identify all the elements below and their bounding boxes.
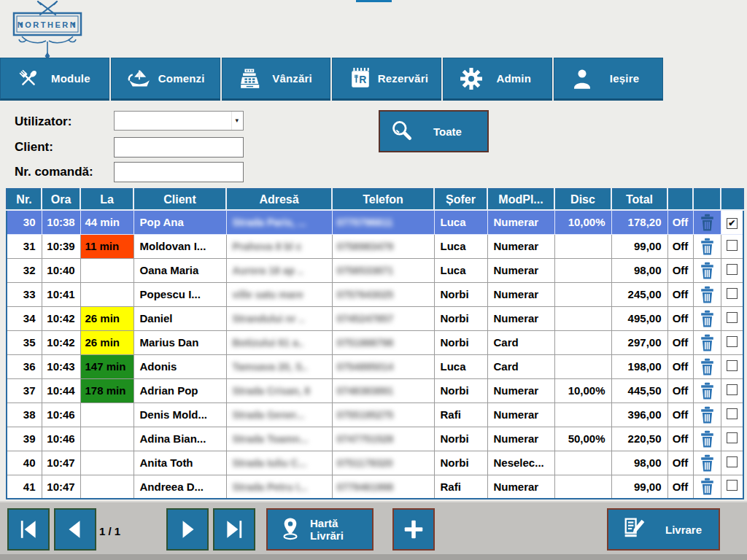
- cell-ora: 10:46: [42, 402, 80, 427]
- trash-icon[interactable]: [700, 286, 715, 303]
- cell-adresa: Strada Gener...: [226, 402, 332, 427]
- cell-nr: 34: [7, 306, 42, 330]
- row-checkbox[interactable]: [727, 288, 738, 299]
- nav-vanzari[interactable]: Vânzări: [222, 58, 331, 101]
- next-page-button[interactable]: [166, 508, 209, 551]
- cell-off: Off: [667, 258, 693, 282]
- row-checkbox[interactable]: [727, 384, 738, 395]
- column-header-ora[interactable]: Ora: [42, 189, 80, 210]
- table-row[interactable]: 3910:46Adina Bian...Strada Toamn...07477…: [7, 427, 743, 451]
- nav-module[interactable]: Module: [0, 58, 109, 101]
- redacted-adresa: Strandului nr ..: [233, 313, 305, 324]
- column-header-trash[interactable]: [693, 189, 721, 210]
- cell-check: [721, 402, 743, 427]
- table-row[interactable]: 3110:3911 minMoldovan I...Prahova 8 bl c…: [7, 234, 743, 258]
- table-row[interactable]: 4010:47Anita TothStrada Iuliu C...075117…: [7, 451, 743, 475]
- trash-icon[interactable]: [700, 334, 715, 351]
- cell-disc: [554, 282, 611, 306]
- delivery-button[interactable]: Livrare: [607, 508, 720, 551]
- first-page-button[interactable]: [7, 508, 50, 551]
- row-checkbox[interactable]: [727, 336, 738, 347]
- cell-sofer: Norbi: [434, 282, 487, 306]
- nav-comenzi[interactable]: Comenzi: [111, 58, 220, 101]
- cell-client: Adrian Pop: [133, 378, 226, 402]
- map-pin-icon: [279, 517, 301, 542]
- redacted-adresa: Tamsava 20, S..: [233, 361, 308, 373]
- client-label: Client:: [15, 140, 53, 155]
- trash-icon[interactable]: [700, 214, 715, 231]
- window-accent-bar: [356, 0, 392, 2]
- cell-off: Off: [667, 330, 693, 354]
- table-row[interactable]: 4110:47Andreea D...Strada Petru I...0779…: [7, 475, 743, 499]
- cell-nr: 35: [7, 330, 42, 354]
- column-header-off[interactable]: [667, 189, 693, 210]
- row-checkbox[interactable]: [727, 408, 738, 419]
- cell-adresa: Strada Crisan, 8: [226, 378, 332, 402]
- column-header-modpl[interactable]: ModPl...: [487, 189, 554, 210]
- main-nav: Module Comenzi: [0, 58, 663, 101]
- trash-icon[interactable]: [700, 382, 715, 400]
- cell-check: [721, 427, 743, 451]
- column-header-adresa[interactable]: Adresă: [226, 189, 332, 210]
- cell-telefon: 0751888798: [332, 330, 434, 354]
- cell-modpl: Numerar: [487, 378, 554, 402]
- prev-page-button[interactable]: [54, 508, 96, 551]
- cell-ora: 10:44: [42, 378, 80, 402]
- trash-icon[interactable]: [700, 358, 715, 376]
- column-header-sofer[interactable]: Șofer: [434, 189, 487, 210]
- row-checkbox[interactable]: [727, 432, 738, 443]
- order-number-input[interactable]: [114, 162, 244, 182]
- row-checkbox[interactable]: [727, 240, 738, 251]
- column-header-disc[interactable]: Disc: [554, 189, 611, 210]
- column-header-la[interactable]: La: [80, 189, 133, 210]
- table-row[interactable]: 3310:41Popescu I...ville satu mare075764…: [7, 282, 743, 306]
- nav-rezervari[interactable]: R Rezervări: [332, 58, 441, 101]
- row-checkbox[interactable]: [727, 480, 738, 491]
- nav-admin[interactable]: Admin: [443, 58, 552, 101]
- row-checkbox[interactable]: [727, 312, 738, 323]
- cell-total: 245,00: [611, 282, 667, 306]
- row-checkbox[interactable]: [727, 456, 738, 467]
- column-header-check[interactable]: [721, 189, 743, 210]
- table-row[interactable]: 3710:44178 minAdrian PopStrada Crisan, 8…: [7, 378, 743, 402]
- redacted-telefon: 0745247857: [337, 313, 394, 324]
- trash-icon[interactable]: [700, 430, 715, 448]
- table-row[interactable]: 3010:3844 minPop AnaStrada Paris, ...077…: [7, 210, 743, 234]
- row-checkbox[interactable]: ✔: [727, 218, 738, 229]
- search-all-button[interactable]: Toate: [379, 110, 489, 152]
- table-row[interactable]: 3410:4226 minDanielStrandului nr ..07452…: [7, 306, 743, 330]
- row-checkbox[interactable]: [727, 360, 738, 371]
- table-row[interactable]: 3610:43147 minAdonisTamsava 20, S..07548…: [7, 354, 743, 378]
- column-header-nr[interactable]: Nr.: [7, 189, 42, 210]
- delivery-map-button[interactable]: Hartă Livrări: [266, 508, 374, 551]
- cell-sofer: Luca: [434, 258, 487, 282]
- delete-order-cell: [693, 306, 721, 330]
- trash-icon[interactable]: [700, 406, 715, 424]
- table-row[interactable]: 3210:40Oana MariaAurora 18 ap ..07585338…: [7, 258, 743, 282]
- row-checkbox[interactable]: [727, 264, 738, 275]
- cell-modpl: Neselec...: [487, 451, 554, 475]
- client-input[interactable]: [114, 137, 244, 158]
- cell-client: Anita Toth: [133, 451, 226, 475]
- table-row[interactable]: 3810:46Denis Mold...Strada Gener...07551…: [7, 402, 743, 427]
- trash-icon[interactable]: [700, 478, 715, 495]
- cell-nr: 32: [7, 258, 42, 282]
- delivery-label: Livrare: [665, 524, 702, 536]
- column-header-client[interactable]: Client: [133, 189, 226, 210]
- column-header-telefon[interactable]: Telefon: [332, 189, 434, 210]
- trash-icon[interactable]: [700, 310, 715, 327]
- add-order-button[interactable]: [392, 508, 435, 551]
- nav-iesire[interactable]: Ieșire: [554, 58, 663, 101]
- cell-disc: [554, 330, 611, 354]
- bottom-edge-strip: [0, 554, 747, 560]
- redacted-adresa: Strada Crisan, 8: [233, 385, 311, 397]
- person-icon: [568, 68, 597, 90]
- utilizator-select[interactable]: ▾: [114, 111, 244, 131]
- last-page-button[interactable]: [213, 508, 255, 551]
- trash-icon[interactable]: [700, 238, 715, 255]
- trash-icon[interactable]: [700, 454, 715, 472]
- column-header-total[interactable]: Total: [611, 189, 667, 210]
- redacted-adresa: Aurora 18 ap ..: [233, 265, 303, 276]
- trash-icon[interactable]: [700, 262, 715, 279]
- table-row[interactable]: 3510:4226 minMarius DanBotizului 61 a..0…: [7, 330, 743, 354]
